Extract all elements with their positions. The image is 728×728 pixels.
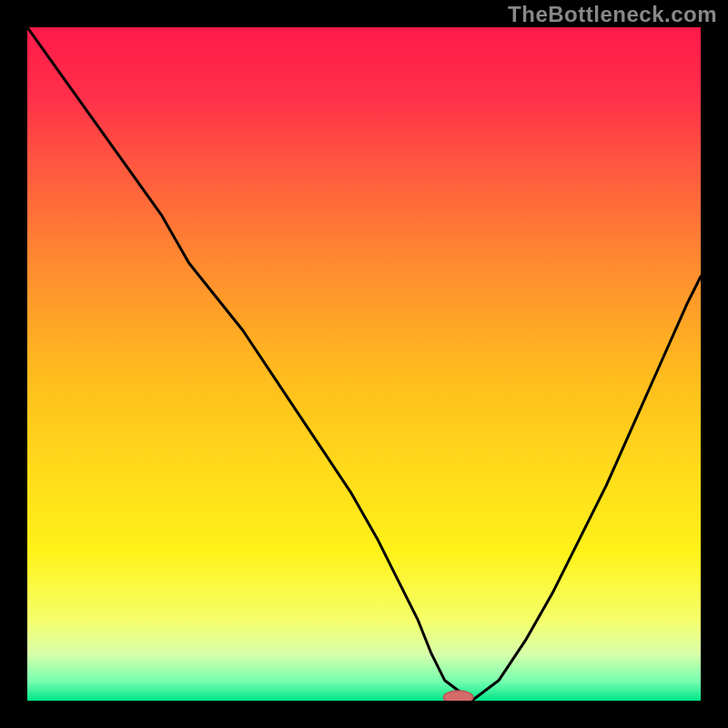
heatmap-background (27, 27, 701, 701)
bottleneck-chart (0, 0, 728, 728)
watermark-text: TheBottleneck.com (508, 2, 717, 27)
optimal-point-marker (443, 691, 473, 704)
